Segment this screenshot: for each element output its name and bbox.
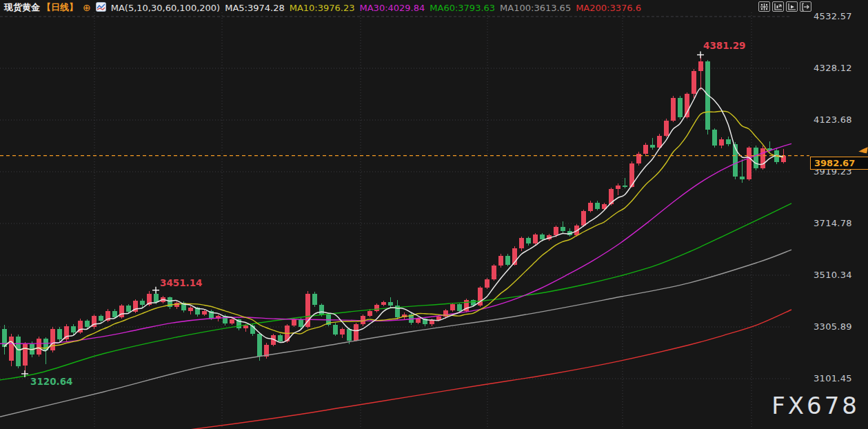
last-price-badge: 3982.67: [810, 157, 868, 170]
y-axis-label: 3510.34: [814, 270, 865, 280]
candlestick-chart[interactable]: 4381.293451.143120.64: [0, 0, 868, 429]
chart-toolbar: [758, 1, 811, 12]
axis-zoom-left-button[interactable]: [772, 1, 784, 12]
candles: [2, 55, 786, 375]
ma100-value: MA100:3613.65: [500, 3, 571, 13]
y-axis-label: 4123.68: [814, 114, 865, 125]
ma5-value: MA5:3974.28: [225, 3, 285, 13]
price-annotation: 3120.64: [30, 376, 73, 387]
y-axis-label: 4532.57: [814, 11, 865, 21]
ma30-value: MA30:4029.84: [360, 3, 425, 13]
extreme-marker: 4381.29: [697, 40, 746, 58]
axis-play-button[interactable]: [786, 1, 798, 12]
trading-chart-window: 4381.293451.143120.64 4532.574328.124123…: [0, 0, 868, 429]
price-annotation: 4381.29: [703, 40, 746, 51]
timeframe-label[interactable]: 【日线】: [42, 1, 78, 14]
chart-header: 现货黄金【日线】 ⊕ MA(5,10,30,60,100,200) MA5:39…: [4, 1, 641, 14]
price-annotation: 3451.14: [160, 277, 203, 288]
ma200-value: MA200:3376.6: [576, 3, 641, 13]
y-axis-label: 4328.12: [814, 63, 865, 73]
y-axis-label: 3714.78: [814, 218, 865, 228]
add-indicator-icon[interactable]: ⊕: [83, 3, 91, 12]
extreme-marker: 3451.14: [152, 277, 203, 294]
export-pane-button[interactable]: [800, 1, 811, 12]
ma10-value: MA10:3976.23: [290, 3, 355, 13]
pan-crosshair-button[interactable]: [758, 1, 770, 12]
y-axis-label: 3305.89: [814, 321, 865, 332]
ma60-value: MA60:3793.63: [430, 3, 495, 13]
watermark: FX678: [771, 392, 860, 419]
ma60-line: [0, 203, 791, 380]
mini-chart-icon[interactable]: [96, 2, 106, 14]
gridlines: [0, 12, 791, 429]
y-axis-label: 3101.45: [814, 373, 865, 383]
ma-settings-label[interactable]: MA(5,10,30,60,100,200): [111, 3, 220, 13]
extreme-marker: 3120.64: [21, 370, 73, 387]
ma200-line: [186, 310, 791, 429]
symbol-name: 现货黄金: [4, 1, 40, 14]
